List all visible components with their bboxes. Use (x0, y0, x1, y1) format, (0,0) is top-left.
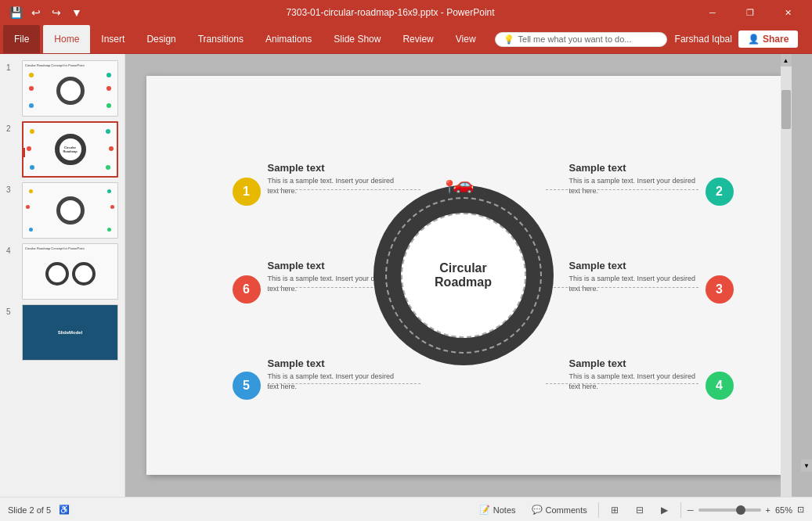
zoom-controls: ─ + 65% ⊡ (687, 505, 804, 515)
num-circle-5: 5 (233, 372, 261, 400)
tab-review[interactable]: Review (392, 25, 444, 53)
tab-transitions[interactable]: Transitions (187, 25, 254, 53)
slide-panel: 1 Circular Roadmap Concept for PowerPoin… (0, 54, 125, 497)
slide-num-3: 3 (6, 185, 17, 194)
accessibility-icon[interactable]: ♿ (59, 505, 70, 515)
minimize-button[interactable]: ─ (695, 0, 731, 25)
num-circle-6: 6 (233, 275, 261, 304)
pin-icon: 📍 (442, 179, 457, 194)
slide-image-5: SlideModel (22, 304, 118, 361)
tell-me-input[interactable]: 💡 Tell me what you want to do... (495, 32, 667, 47)
lightbulb-icon: 💡 (503, 34, 514, 45)
text-block-2-body: This is a sample text. Insert your desir… (569, 176, 698, 196)
tab-insert[interactable]: Insert (90, 25, 135, 53)
view-normal-button[interactable]: ⊞ (605, 501, 624, 519)
title-bar: 💾 ↩ ↪ ▼ 7303-01-circular-roadmap-16x9.pp… (0, 0, 812, 25)
connector-4 (546, 383, 698, 384)
text-block-4-title: Sample text (569, 358, 698, 369)
slide-num-1: 1 (6, 63, 17, 72)
slide-info: Slide 2 of 5 (8, 505, 51, 515)
slide-image-2: CircularRoadmap (22, 121, 118, 178)
ribbon: File Home Insert Design Transitions Anim… (0, 25, 812, 54)
slide-thumb-5[interactable]: 5 SlideModel (6, 304, 118, 361)
slide-canvas[interactable]: 1 2 3 4 5 6 Sample text This is a sample… (146, 76, 781, 475)
window-controls: ─ ❐ ✕ (695, 0, 806, 25)
tab-animations[interactable]: Animations (254, 25, 323, 53)
zoom-slider[interactable] (698, 508, 761, 512)
tab-design[interactable]: Design (135, 25, 186, 53)
save-button[interactable]: 💾 (6, 3, 25, 22)
slide-thumb-2[interactable]: 2 CircularRoadmap (6, 121, 118, 178)
restore-button[interactable]: ❐ (732, 0, 768, 25)
num-circle-3: 3 (706, 275, 734, 304)
tab-view[interactable]: View (445, 25, 487, 53)
zoom-in-button[interactable]: + (766, 505, 770, 515)
scroll-up-button[interactable]: ▲ (781, 54, 792, 66)
quick-access-toolbar: 💾 ↩ ↪ ▼ (6, 3, 86, 22)
slide-image-1: Circular Roadmap Concept for PowerPoint (22, 60, 118, 117)
slide-num-5: 5 (6, 307, 17, 316)
view-outline-button[interactable]: ⊟ (630, 501, 649, 519)
num-circle-4: 4 (706, 372, 734, 400)
text-block-4: Sample text This is a sample text. Inser… (569, 358, 698, 391)
ribbon-tab-bar: File Home Insert Design Transitions Anim… (0, 25, 812, 53)
slide-image-4: Circular Roadmap Concept for PowerPoint (22, 243, 118, 300)
text-block-3: Sample text This is a sample text. Inser… (569, 260, 698, 293)
undo-button[interactable]: ↩ (27, 3, 45, 22)
connector-2 (546, 189, 698, 190)
user-name: Farshad Iqbal (675, 34, 732, 45)
text-block-2: Sample text This is a sample text. Inser… (569, 162, 698, 196)
slide-num-4: 4 (6, 246, 17, 255)
divider-2 (680, 502, 681, 518)
text-block-5-body: This is a sample text. Insert your desir… (268, 372, 397, 391)
text-block-1-title: Sample text (268, 162, 397, 174)
zoom-out-button[interactable]: ─ (687, 505, 694, 515)
view-slideshow-button[interactable]: ▶ (655, 501, 674, 519)
scroll-track (781, 66, 792, 497)
comments-icon: 💬 (532, 505, 543, 515)
notes-button[interactable]: 📝 Notes (475, 503, 521, 516)
tab-slideshow[interactable]: Slide Show (323, 25, 392, 53)
text-block-2-title: Sample text (569, 162, 698, 174)
customize-qat-button[interactable]: ▼ (67, 3, 86, 22)
divider-1 (598, 502, 599, 518)
share-icon: 👤 (748, 34, 760, 45)
text-block-4-body: This is a sample text. Insert your desir… (569, 372, 698, 391)
slide-image-3 (22, 182, 118, 239)
scroll-thumb[interactable] (781, 90, 791, 129)
close-button[interactable]: ✕ (770, 0, 806, 25)
share-button[interactable]: 👤 Share (738, 31, 798, 48)
vertical-scrollbar[interactable]: ▲ ▼ (781, 54, 792, 497)
slide-thumb-4[interactable]: 4 Circular Roadmap Concept for PowerPoin… (6, 243, 118, 300)
scroll-down-button[interactable]: ▼ (801, 459, 812, 472)
window-title: 7303-01-circular-roadmap-16x9.pptx - Pow… (86, 7, 695, 18)
status-bar: Slide 2 of 5 ♿ 📝 Notes 💬 Comments ⊞ ⊟ ▶ … (0, 497, 812, 521)
connector-3 (546, 287, 698, 288)
fit-slide-button[interactable]: ⊡ (797, 505, 804, 515)
tab-home[interactable]: Home (43, 25, 90, 53)
slide-thumb-1[interactable]: 1 Circular Roadmap Concept for PowerPoin… (6, 60, 118, 117)
roadmap-circle: Circular Roadmap 🚗 📍 (374, 185, 554, 365)
num-circle-1: 1 (233, 178, 261, 206)
comments-label: Comments (546, 505, 587, 515)
slide-num-2: 2 (6, 124, 17, 133)
zoom-level: 65% (775, 505, 792, 515)
slide-thumb-3[interactable]: 3 (6, 182, 118, 239)
num-circle-2: 2 (706, 178, 734, 206)
redo-button[interactable]: ↪ (47, 3, 66, 22)
zoom-thumb[interactable] (736, 505, 745, 515)
canvas-area: 1 2 3 4 5 6 Sample text This is a sample… (125, 54, 812, 497)
status-right: 📝 Notes 💬 Comments ⊞ ⊟ ▶ ─ + 65% ⊡ (475, 501, 804, 519)
user-area: Farshad Iqbal 👤 Share (675, 31, 799, 48)
main-layout: 1 Circular Roadmap Concept for PowerPoin… (0, 54, 812, 497)
comments-button[interactable]: 💬 Comments (527, 503, 592, 516)
notes-icon: 📝 (479, 505, 490, 515)
notes-label: Notes (493, 505, 516, 515)
text-block-3-body: This is a sample text. Insert your desir… (569, 274, 698, 293)
tell-me-placeholder: Tell me what you want to do... (518, 34, 632, 44)
text-block-3-title: Sample text (569, 260, 698, 271)
connector-5 (268, 383, 420, 384)
tab-file[interactable]: File (3, 25, 40, 53)
edit-icon-area: ♿ (59, 505, 70, 515)
